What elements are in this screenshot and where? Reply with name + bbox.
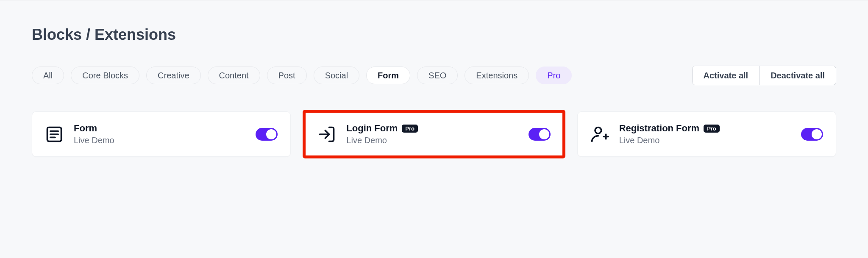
svg-point-5 (595, 127, 601, 133)
filter-pro[interactable]: Pro (536, 67, 572, 84)
filter-list: All Core Blocks Creative Content Post So… (32, 67, 572, 84)
toggle-form[interactable] (256, 128, 278, 141)
page-container: Blocks / Extensions All Core Blocks Crea… (0, 0, 868, 157)
pro-badge: Pro (704, 125, 720, 133)
page-title: Blocks / Extensions (32, 26, 836, 44)
card-body: Login Form Pro Live Demo (346, 123, 518, 145)
card-title: Login Form (346, 123, 398, 134)
card-title: Registration Form (619, 123, 699, 134)
filter-content[interactable]: Content (208, 67, 260, 84)
activate-all-button[interactable]: Activate all (693, 66, 760, 85)
filter-form[interactable]: Form (366, 67, 410, 84)
toggle-knob (812, 129, 822, 139)
filter-core-blocks[interactable]: Core Blocks (71, 67, 139, 84)
toggle-knob (539, 129, 549, 139)
filter-all[interactable]: All (32, 67, 64, 84)
live-demo-link[interactable]: Live Demo (346, 136, 518, 145)
cards-row: Form Live Demo Login Form Pro (32, 111, 836, 157)
filter-creative[interactable]: Creative (146, 67, 200, 84)
user-plus-icon (590, 125, 609, 144)
pro-badge: Pro (402, 125, 418, 133)
card-title-row: Form (74, 123, 245, 134)
toggle-knob (266, 129, 276, 139)
filter-seo[interactable]: SEO (417, 67, 458, 84)
login-icon (317, 125, 336, 144)
filter-post[interactable]: Post (267, 67, 307, 84)
card-title-row: Registration Form Pro (619, 123, 791, 134)
card-title-row: Login Form Pro (346, 123, 518, 134)
card-login-form: Login Form Pro Live Demo (304, 111, 563, 157)
live-demo-link[interactable]: Live Demo (619, 136, 791, 145)
filter-extensions[interactable]: Extensions (465, 67, 529, 84)
card-body: Registration Form Pro Live Demo (619, 123, 791, 145)
filter-social[interactable]: Social (314, 67, 359, 84)
toolbar: All Core Blocks Creative Content Post So… (32, 66, 836, 85)
toggle-registration-form[interactable] (801, 128, 823, 141)
card-registration-form: Registration Form Pro Live Demo (577, 111, 836, 157)
form-icon (45, 125, 64, 144)
deactivate-all-button[interactable]: Deactivate all (759, 66, 836, 85)
toggle-login-form[interactable] (529, 128, 551, 141)
card-form: Form Live Demo (32, 111, 291, 157)
card-title: Form (74, 123, 97, 134)
live-demo-link[interactable]: Live Demo (74, 136, 245, 145)
card-body: Form Live Demo (74, 123, 245, 145)
bulk-actions: Activate all Deactivate all (692, 66, 836, 85)
